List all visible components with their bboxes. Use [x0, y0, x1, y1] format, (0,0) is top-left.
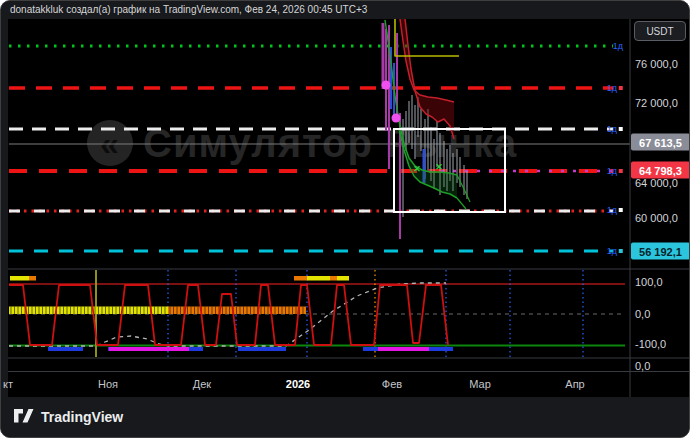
- top-signal-bar: [294, 276, 307, 281]
- tradingview-window: « Симулятор Рынка ✕✕ 76 000,072 000,064 …: [0, 0, 690, 438]
- currency-toggle-button[interactable]: USDT: [634, 21, 686, 41]
- top-signal-bar: [29, 276, 36, 281]
- bottom-signal-bar: [238, 347, 286, 351]
- green-band-tail: [457, 198, 466, 209]
- top-signal-bar: [10, 276, 29, 281]
- bottom-signal-bar: [378, 347, 429, 351]
- top-signal-bar: [337, 276, 349, 281]
- green-x-marker: ✕: [435, 162, 443, 172]
- bottom-signal-bar: [109, 347, 189, 351]
- bottom-signal-bar: [48, 347, 83, 351]
- tradingview-logo-text: TradingView: [41, 409, 123, 425]
- top-signal-bar: [307, 276, 330, 281]
- tradingview-logo[interactable]: TradingView: [14, 409, 123, 425]
- magenta-signal-dot: [392, 114, 401, 123]
- chart-canvas[interactable]: ✕✕: [1, 1, 690, 438]
- oscillator-main-line: [9, 285, 448, 345]
- green-x-marker: ✕: [413, 164, 421, 174]
- bottom-bar: TradingView: [1, 397, 689, 437]
- top-signal-bar: [330, 276, 337, 281]
- tradingview-logo-icon: [14, 409, 34, 425]
- magenta-signal-dot: [382, 81, 391, 90]
